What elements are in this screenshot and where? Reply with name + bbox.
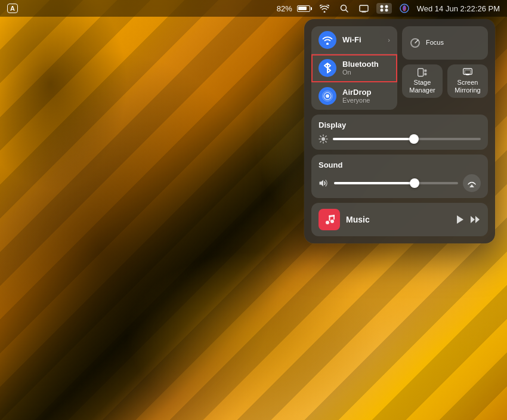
battery-icon [297,5,312,12]
svg-rect-15 [424,69,426,72]
svg-line-1 [345,10,348,13]
stage-manager-label: StageManager [409,79,435,94]
wifi-text: Wi-Fi [342,35,361,45]
sound-label: Sound [319,160,481,169]
svg-line-26 [320,136,321,137]
play-button[interactable] [456,215,464,224]
wifi-chevron: › [388,36,390,44]
svg-point-10 [403,5,406,11]
stage-manager-tile[interactable]: StageManager [402,64,443,98]
fast-forward-button[interactable] [470,215,481,224]
wifi-control[interactable]: Wi-Fi › [311,26,397,54]
cc-top-section: Wi-Fi › Bluetooth On [311,26,488,110]
bluetooth-control[interactable]: Bluetooth On [311,54,397,82]
svg-line-28 [326,136,326,137]
svg-rect-18 [465,70,471,74]
svg-point-30 [326,221,329,224]
display-label: Display [319,121,481,129]
airdrop-sub: Everyone [342,97,371,104]
focus-label: Focus [426,39,444,47]
svg-line-29 [320,141,321,142]
airdrop-label: AirDrop [342,88,371,97]
airdrop-text: AirDrop Everyone [342,88,371,105]
wifi-icon[interactable] [317,4,332,14]
sound-section: Sound [311,155,488,198]
svg-point-8 [385,9,388,12]
keyboard-indicator: A [7,4,18,13]
volume-icon [319,179,329,187]
clock: Wed 14 Jun 2:22:26 PM [417,4,500,13]
battery-percent: 82% [277,4,292,13]
control-center-panel: Wi-Fi › Bluetooth On [304,19,495,243]
brightness-slider[interactable] [333,138,481,140]
volume-row [319,174,481,192]
display-section: Display [311,115,488,150]
airdrop-control[interactable]: AirDrop Everyone [311,82,397,110]
airplay-button[interactable] [463,174,481,192]
music-app-icon [319,209,340,230]
bluetooth-sub: On [342,69,379,76]
svg-rect-16 [424,73,426,75]
volume-slider[interactable] [334,182,458,184]
screen-mirroring-tile[interactable]: ScreenMirroring [447,64,488,98]
svg-line-27 [326,141,326,142]
music-label: Music [346,215,450,224]
svg-point-21 [321,137,325,141]
bluetooth-label: Bluetooth [342,60,379,69]
wifi-circle [319,31,336,49]
brightness-row [319,134,481,144]
focus-tile[interactable]: Focus [402,26,488,60]
svg-point-5 [380,5,383,8]
spotlight-icon[interactable] [337,3,351,14]
music-section: Music [311,203,488,236]
music-row: Music [319,209,481,230]
airdrop-circle [319,87,336,105]
bluetooth-text: Bluetooth On [342,60,379,77]
siri-icon[interactable] [397,2,412,14]
menubar-left: A [7,4,18,13]
svg-rect-2 [360,5,368,11]
screen-mirroring-label: ScreenMirroring [455,79,480,94]
bluetooth-circle [319,59,336,77]
svg-point-6 [385,5,388,8]
svg-point-31 [330,220,334,223]
bottom-tiles: StageManager ScreenMirroring [402,64,488,98]
brightness-icon [319,134,328,144]
wifi-label: Wi-Fi [342,35,361,45]
menubar: A 82% [0,0,507,17]
svg-point-11 [326,94,329,98]
screen-icon[interactable] [356,4,372,14]
network-section: Wi-Fi › Bluetooth On [311,26,397,110]
svg-rect-14 [418,69,423,76]
svg-point-7 [380,9,383,12]
control-center-icon[interactable] [376,3,392,14]
menubar-right: 82% [277,2,500,14]
right-tiles: Focus StageManager [402,26,488,110]
music-controls [456,215,481,224]
